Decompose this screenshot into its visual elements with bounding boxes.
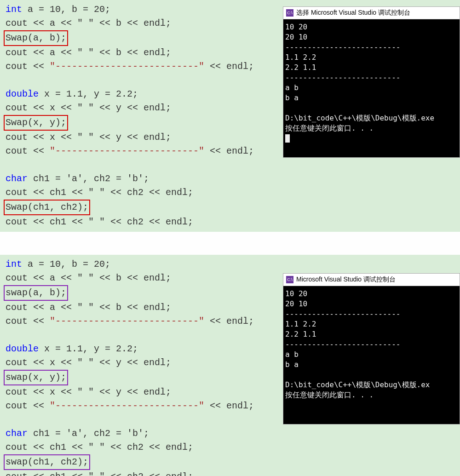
highlight-box-purple: swap(ch1, ch2);	[4, 454, 90, 470]
code-text: cout << ch1 << " " << ch2 << endl;	[6, 217, 193, 227]
code-text: cout <<	[6, 146, 50, 156]
console-icon: C:\	[286, 276, 293, 283]
console-titlebar[interactable]: C:\ Microsoft Visual Studio 调试控制台	[283, 274, 460, 286]
highlight-box-red: Swap(ch1, ch2);	[4, 200, 90, 215]
code-text: cout << x << " " << y << endl;	[6, 132, 171, 143]
keyword: double	[6, 89, 39, 99]
keyword: double	[6, 344, 39, 354]
code-text: cout <<	[6, 61, 50, 72]
code-line	[6, 158, 454, 172]
code-line: int a = 10, b = 20;	[6, 258, 454, 271]
highlight-box-red: Swap(x, y);	[4, 115, 68, 131]
console-output[interactable]: 10 20 20 10 -------------------------- 1…	[283, 19, 460, 157]
code-text: cout << x << " " << y << endl;	[6, 357, 171, 368]
code-text: cout << x << " " << y << endl;	[6, 387, 171, 397]
console-title-text: 选择 Microsoft Visual Studio 调试控制台	[296, 9, 410, 17]
code-text: ch1 = 'a', ch2 = 'b';	[28, 428, 149, 439]
code-line: char ch1 = 'a', ch2 = 'b';	[6, 427, 454, 441]
console-title-text: Microsoft Visual Studio 调试控制台	[296, 275, 396, 284]
code-line-highlight: swap(ch1, ch2);	[6, 454, 454, 470]
code-text: cout << x << " " << y << endl;	[6, 103, 171, 113]
code-text: cout << ch1 << " " << ch2 << endl;	[6, 471, 193, 476]
console-icon: C:\	[286, 9, 293, 17]
string-literal: "--------------------------"	[50, 146, 204, 156]
code-text: x = 1.1, y = 2.2;	[39, 89, 138, 99]
bottom-panel: int a = 10, b = 20; cout << a << " " << …	[0, 255, 460, 476]
code-line: cout << ch1 << " " << ch2 << endl;	[6, 215, 454, 229]
code-text: a = 10, b = 20;	[22, 4, 110, 15]
console-text: 10 20 20 10 -------------------------- 1…	[285, 23, 434, 132]
code-text: cout << a << " " << b << endl;	[6, 273, 171, 283]
cursor-icon	[285, 134, 290, 143]
code-line-highlight: Swap(ch1, ch2);	[6, 200, 454, 215]
console-output[interactable]: 10 20 20 10 -------------------------- 1…	[283, 286, 460, 424]
keyword: int	[6, 259, 22, 270]
keyword: char	[6, 428, 28, 439]
code-text: cout << a << " " << b << endl;	[6, 302, 171, 313]
code-text: cout << a << " " << b << endl;	[6, 18, 171, 29]
keyword: char	[6, 173, 28, 184]
code-text: << endl;	[204, 61, 254, 72]
code-line: cout << ch1 << " " << ch2 << endl;	[6, 186, 454, 200]
code-text: cout <<	[6, 316, 50, 327]
console-text: 10 20 20 10 -------------------------- 1…	[285, 289, 430, 399]
string-literal: "--------------------------"	[50, 401, 204, 411]
code-text: x = 1.1, y = 2.2;	[39, 344, 138, 354]
code-line: char ch1 = 'a', ch2 = 'b';	[6, 172, 454, 186]
code-text: << endl;	[204, 146, 254, 156]
highlight-box-red: Swap(a, b);	[4, 30, 68, 46]
string-literal: "--------------------------"	[50, 316, 204, 327]
highlight-box-purple: swap(a, b);	[4, 285, 68, 301]
string-literal: "--------------------------"	[50, 61, 204, 72]
code-text: << endl;	[204, 401, 254, 411]
code-text: cout <<	[6, 401, 50, 411]
top-panel: int a = 10, b = 20; cout << a << " " << …	[0, 0, 460, 232]
code-text: cout << ch1 << " " << ch2 << endl;	[6, 442, 193, 453]
code-line: cout << ch1 << " " << ch2 << endl;	[6, 441, 454, 454]
code-text: ch1 = 'a', ch2 = 'b';	[28, 173, 149, 184]
code-line: cout << ch1 << " " << ch2 << endl;	[6, 470, 454, 476]
code-text: cout << a << " " << b << endl;	[6, 47, 171, 58]
console-titlebar[interactable]: C:\ 选择 Microsoft Visual Studio 调试控制台	[283, 7, 460, 19]
code-text: a = 10, b = 20;	[22, 259, 110, 270]
console-window-top[interactable]: C:\ 选择 Microsoft Visual Studio 调试控制台 10 …	[283, 6, 460, 158]
code-text: cout << ch1 << " " << ch2 << endl;	[6, 187, 193, 198]
highlight-box-purple: swap(x, y);	[4, 370, 68, 385]
keyword: int	[6, 4, 22, 15]
code-text: << endl;	[204, 316, 254, 327]
console-window-bottom[interactable]: C:\ Microsoft Visual Studio 调试控制台 10 20 …	[283, 273, 460, 424]
